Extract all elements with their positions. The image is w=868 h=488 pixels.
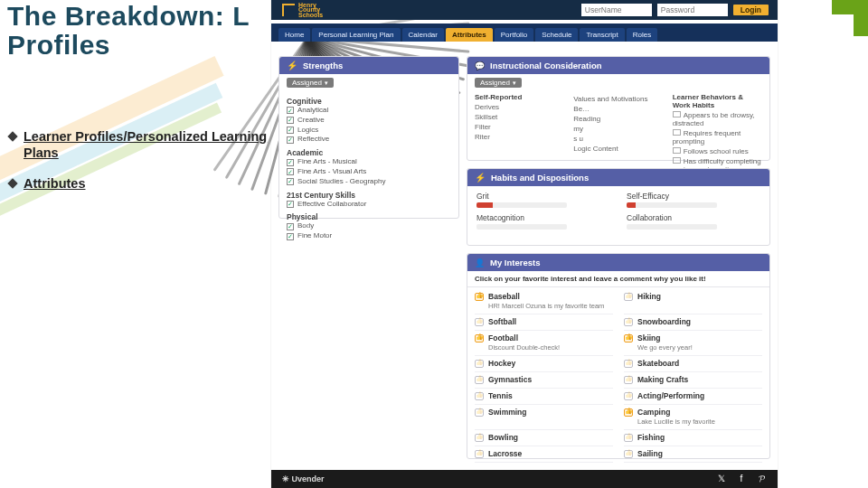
checkbox-icon[interactable] (287, 201, 294, 208)
tab-attributes[interactable]: Attributes (446, 28, 493, 42)
instruct-row: Derives (475, 103, 564, 111)
instruct-row: Reading (573, 115, 663, 123)
twitter-icon[interactable]: 𝕏 (716, 474, 727, 484)
assigned-label: Assigned (292, 79, 322, 87)
footer-brand-text: Uvender (292, 474, 325, 483)
caret-down-icon: ▾ (325, 80, 328, 86)
interest-item[interactable]: Making Crafts (624, 372, 762, 389)
checkbox-icon[interactable] (287, 159, 294, 166)
checkbox-icon[interactable] (287, 233, 294, 240)
thumbs-up-icon[interactable] (475, 360, 484, 368)
mini-checkbox-icon[interactable] (673, 147, 681, 154)
interest-item[interactable]: Bowling (475, 430, 613, 446)
interest-item[interactable]: Swimming (475, 405, 613, 430)
interest-item[interactable]: BaseballHR! Marcell Ozuna is my favorite… (475, 289, 613, 314)
interest-item[interactable]: Hiking (624, 289, 762, 314)
instruct-assigned-chip[interactable]: Assigned▾ (475, 78, 522, 88)
interest-name: Skiing (637, 333, 661, 343)
thumbs-up-icon[interactable] (475, 450, 484, 458)
thumbs-up-icon[interactable] (475, 318, 484, 326)
strength-label: Fine Arts - Musical (297, 157, 357, 167)
checkbox-icon[interactable] (287, 168, 294, 175)
checkbox-icon[interactable] (287, 127, 294, 134)
thumbs-up-icon[interactable] (624, 334, 633, 343)
instructional-header: Instructional Consideration (467, 57, 769, 74)
tab-calendar[interactable]: Calendar (402, 28, 444, 42)
interest-item[interactable]: Acting/Performing (624, 389, 762, 405)
interest-caption: Lake Lucille is my favorite (637, 418, 762, 426)
instruct-row: Follows school rules (673, 147, 762, 155)
footer-brand: ✳ Uvender (282, 474, 325, 483)
instruct-row: Values and Motivations (573, 95, 663, 103)
mini-checkbox-icon[interactable] (673, 111, 681, 117)
habit-bar (476, 202, 567, 208)
strength-label: Reflective (297, 135, 329, 145)
habit-bar (627, 224, 717, 230)
interest-name: Football (488, 333, 518, 343)
tab-portfolio[interactable]: Portfolio (495, 28, 533, 42)
thumbs-up-icon[interactable] (475, 376, 484, 384)
tab-personal-learning-plan[interactable]: Personal Learning Plan (312, 28, 400, 42)
username-input[interactable] (581, 4, 652, 16)
checkbox-icon[interactable] (287, 117, 294, 124)
pinterest-icon[interactable]: 𝓟 (756, 474, 767, 484)
habit-name: Metacognition (476, 213, 610, 222)
interest-name: Swimming (488, 408, 527, 417)
tab-schedule[interactable]: Schedule (535, 28, 578, 42)
thumbs-up-icon[interactable] (475, 392, 484, 400)
strength-item: Effective Collaborator (287, 200, 451, 210)
interest-item[interactable]: SkiingWe go every year! (624, 331, 762, 356)
thumbs-up-icon[interactable] (624, 392, 633, 400)
checkbox-icon[interactable] (287, 178, 294, 185)
thumbs-up-icon[interactable] (624, 293, 633, 301)
app-footer: ✳ Uvender 𝕏 f 𝓟 (271, 470, 778, 488)
login-button[interactable]: Login (733, 5, 769, 15)
interest-item[interactable]: Sailing (624, 446, 762, 463)
checkbox-icon[interactable] (287, 223, 294, 230)
thumbs-up-icon[interactable] (624, 360, 633, 368)
mini-checkbox-icon[interactable] (673, 129, 681, 136)
instruct-row: Riter (475, 133, 564, 141)
interest-item[interactable]: Fishing (624, 430, 762, 446)
interest-name: Baseball (488, 292, 520, 301)
interest-item[interactable]: FootballDiscount Double-check! (475, 331, 613, 356)
brand-logo: Henry County Schools (282, 3, 323, 17)
interest-caption: HR! Marcell Ozuna is my favorite team (488, 302, 613, 310)
mini-checkbox-icon[interactable] (673, 157, 681, 164)
strengths-header: Strengths (279, 57, 458, 74)
interest-item[interactable]: Gymnastics (475, 372, 613, 389)
strength-label: Logics (297, 126, 318, 136)
tab-transcript[interactable]: Transcript (580, 28, 624, 42)
habit-bar-fill (627, 202, 636, 208)
thumbs-up-icon[interactable] (624, 318, 633, 326)
thumbs-up-icon[interactable] (475, 293, 484, 301)
checkbox-icon[interactable] (287, 107, 294, 114)
slide-accent-right (854, 0, 868, 36)
thumbs-up-icon[interactable] (475, 408, 484, 417)
instruct-row: Requires frequent prompting (673, 129, 762, 145)
thumbs-up-icon[interactable] (624, 434, 633, 442)
checkbox-icon[interactable] (287, 136, 294, 144)
thumbs-up-icon[interactable] (624, 450, 633, 458)
slide-title-line1: The Breakdown: L (7, 2, 250, 31)
strengths-assigned-chip[interactable]: Assigned▾ (287, 78, 334, 88)
strength-group: Cognitive (287, 97, 451, 106)
facebook-icon[interactable]: f (736, 474, 747, 484)
tab-roles[interactable]: Roles (627, 28, 657, 42)
interest-item[interactable]: Softball (475, 314, 613, 331)
thumbs-up-icon[interactable] (624, 408, 633, 417)
thumbs-up-icon[interactable] (624, 376, 633, 384)
strength-item: Fine Motor (287, 231, 451, 241)
interest-item[interactable]: Tennis (475, 389, 613, 405)
bullet-text: Attributes (24, 175, 85, 192)
thumbs-up-icon[interactable] (475, 434, 484, 442)
interest-item[interactable]: Lacrosse (475, 446, 613, 463)
password-input[interactable] (657, 4, 728, 16)
interest-item[interactable]: CampingLake Lucille is my favorite (624, 405, 762, 430)
thumbs-up-icon[interactable] (475, 334, 484, 343)
interest-name: Lacrosse (488, 449, 522, 458)
interest-item[interactable]: Skateboard (624, 356, 762, 372)
tab-home[interactable]: Home (278, 28, 310, 42)
interest-item[interactable]: Hockey (475, 356, 613, 372)
interest-item[interactable]: Snowboarding (624, 314, 762, 331)
